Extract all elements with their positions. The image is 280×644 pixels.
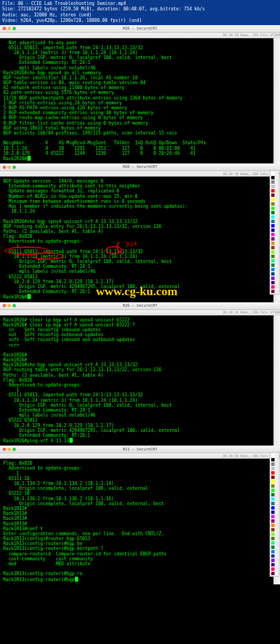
color-swatch[interactable] [271, 546, 275, 549]
color-swatch[interactable] [271, 467, 275, 470]
window-title: R26 — SecureCRT [122, 303, 157, 308]
color-swatch[interactable] [271, 563, 275, 566]
cursor [27, 294, 31, 299]
minimize-icon[interactable] [8, 27, 11, 30]
media-size: Size: 272102472 bytes (259.50 MiB), dura… [2, 7, 278, 12]
color-swatch[interactable] [271, 268, 275, 271]
window-title: R26 — SecureCRT [122, 165, 157, 169]
window-titlebar[interactable]: R26 — SecureCRT [0, 163, 280, 171]
scrollbar[interactable] [273, 38, 280, 164]
close-icon[interactable] [3, 166, 6, 169]
color-swatch[interactable] [271, 172, 275, 175]
color-swatch[interactable] [271, 476, 275, 479]
color-swatch[interactable] [271, 215, 275, 219]
color-palette[interactable] [270, 170, 279, 295]
close-icon[interactable] [3, 27, 6, 30]
color-swatch[interactable] [271, 567, 275, 571]
color-swatch[interactable] [271, 541, 275, 545]
color-swatch[interactable] [271, 550, 275, 553]
color-swatch[interactable] [271, 255, 275, 258]
minimize-icon[interactable] [8, 448, 11, 451]
color-swatch[interactable] [271, 502, 275, 505]
color-swatch[interactable] [271, 207, 275, 210]
window-title: R13 — SecureCRT [122, 447, 157, 452]
minimize-icon[interactable] [8, 166, 11, 169]
color-swatch[interactable] [271, 229, 275, 232]
color-swatch[interactable] [271, 259, 275, 262]
color-swatch[interactable] [271, 250, 275, 254]
window-toolbar: 10.10 10 Rows, 336 Cols VT100 [0, 453, 280, 459]
terminal-output[interactable]: Flag: 0x820 Advertised to update-groups:… [0, 459, 273, 584]
watermark: www.cg-ku.com [96, 284, 177, 298]
color-swatch[interactable] [271, 194, 275, 197]
color-swatch[interactable] [271, 233, 275, 236]
window-titlebar[interactable]: R26 — SecureCRT [0, 25, 280, 33]
color-swatch[interactable] [271, 480, 275, 483]
zoom-icon[interactable] [13, 304, 16, 307]
scrollbar[interactable] [273, 315, 280, 446]
window-titlebar[interactable]: R13 — SecureCRT [0, 446, 280, 453]
color-swatch[interactable] [271, 277, 275, 280]
color-swatch[interactable] [271, 285, 275, 289]
color-swatch[interactable] [271, 489, 275, 492]
color-swatch[interactable] [271, 224, 275, 227]
color-swatch[interactable] [271, 537, 275, 540]
terminal-panel-4: R13 — SecureCRT 10.10 10 Rows, 336 Cols … [0, 446, 280, 584]
media-info: File: 06 - CCIE Lab Troubleshooting Semi… [0, 0, 280, 25]
color-swatch[interactable] [271, 532, 275, 536]
color-swatch[interactable] [271, 272, 275, 276]
color-swatch[interactable] [271, 519, 275, 523]
statusbar-info: 10.10 10 Rows, 336 Cols VT100 [223, 33, 280, 37]
color-swatch[interactable] [271, 176, 275, 179]
color-swatch[interactable] [271, 290, 275, 293]
color-swatch[interactable] [271, 211, 275, 214]
terminal-output[interactable]: Rack1R26# clear ip bgp vrf A vpnv4 unica… [0, 315, 273, 446]
color-swatch[interactable] [271, 506, 275, 510]
color-swatch[interactable] [271, 185, 275, 188]
color-swatch[interactable] [271, 189, 275, 192]
color-swatch[interactable] [271, 264, 275, 267]
terminal-panel-3: R26 — SecureCRT 10.10 10 Rows, 336 Cols … [0, 302, 280, 446]
color-swatch[interactable] [271, 202, 275, 206]
media-audio: Audio: aac, 32000 Hz, stereo (und) [2, 13, 278, 18]
window-toolbar: 10.10 10 Rows, 336 Cols VT100 [0, 310, 280, 315]
terminal-panel-2: R26 — SecureCRT 10.10 10 Rows, 336 Cols … [0, 163, 280, 302]
cursor [75, 577, 78, 582]
zoom-icon[interactable] [13, 448, 16, 451]
zoom-icon[interactable] [13, 27, 16, 30]
zoom-icon[interactable] [13, 166, 16, 169]
color-swatch[interactable] [271, 471, 275, 475]
color-swatch[interactable] [271, 493, 275, 496]
color-swatch[interactable] [271, 242, 275, 245]
close-icon[interactable] [3, 304, 6, 307]
color-swatch[interactable] [271, 515, 275, 518]
color-swatch[interactable] [271, 246, 275, 249]
color-swatch[interactable] [271, 497, 275, 501]
window-toolbar: 10.10 10 Rows, 336 Cols VT100 [0, 171, 280, 177]
color-swatch[interactable] [271, 554, 275, 558]
minimize-icon[interactable] [8, 304, 11, 307]
cursor [69, 438, 73, 443]
color-swatch[interactable] [271, 572, 275, 575]
color-swatch[interactable] [271, 458, 275, 461]
color-swatch[interactable] [271, 454, 275, 457]
window-toolbar: 10.10 10 Rows, 336 Cols VT100 [0, 33, 280, 38]
color-swatch[interactable] [271, 528, 275, 531]
close-icon[interactable] [3, 448, 6, 451]
window-titlebar[interactable]: R26 — SecureCRT [0, 302, 280, 310]
cursor [27, 156, 31, 161]
color-swatch[interactable] [271, 237, 275, 241]
color-swatch[interactable] [271, 524, 275, 527]
color-palette[interactable] [270, 452, 279, 577]
color-swatch[interactable] [271, 220, 275, 223]
color-swatch[interactable] [271, 281, 275, 284]
terminal-panel-1: R26 — SecureCRT 10.10 10 Rows, 336 Cols … [0, 25, 280, 164]
color-swatch[interactable] [271, 180, 275, 184]
terminal-output[interactable]: BGP Update version : 144/0, messages 0 E… [0, 177, 273, 302]
color-swatch[interactable] [271, 511, 275, 514]
color-swatch[interactable] [271, 198, 275, 201]
color-swatch[interactable] [271, 462, 275, 466]
terminal-output[interactable]: Not advertised to any peer 65111 65013, … [0, 38, 273, 164]
color-swatch[interactable] [271, 559, 275, 562]
color-swatch[interactable] [271, 484, 275, 488]
